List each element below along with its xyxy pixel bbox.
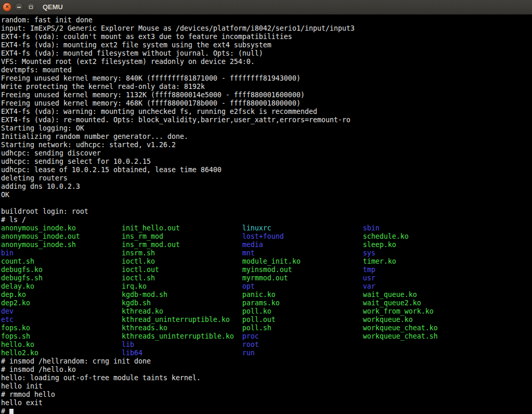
console-line: Freeing unused kernel memory: 1132K (fff… — [1, 91, 532, 99]
console-line: EXT4-fs (vda): couldn't mount as ext3 du… — [1, 33, 532, 41]
file-entry-file: work_from_work.ko — [363, 307, 433, 315]
file-entry-file: debugfs.ko — [1, 266, 122, 274]
console-line: hello: loading out-of-tree module taints… — [1, 374, 532, 382]
listing-row: debugfs.shioctl.shmyrmmod.outusr — [1, 274, 532, 282]
console-line: adding dns 10.0.2.3 — [1, 183, 532, 191]
console-line: Starting network: udhcpc: started, v1.26… — [1, 141, 532, 149]
file-entry-dir: run — [242, 349, 255, 357]
console-line: devtmpfs: mounted — [1, 66, 532, 74]
file-entry-dir: root — [242, 341, 259, 348]
window-title: QEMU — [43, 3, 63, 11]
file-entry-file: ins_rm_mod — [122, 232, 242, 241]
console-line: deleting routers — [1, 174, 532, 183]
file-entry-dir: lib — [122, 341, 242, 349]
file-entry-file: fops.ko — [1, 324, 122, 332]
listing-row: debugfs.koioctl.outmyinsmod.outtmp — [1, 266, 532, 274]
file-entry-file: poll.out — [242, 316, 363, 324]
file-entry-file: hello.ko — [1, 341, 122, 349]
file-entry-file: kgdb.sh — [122, 299, 242, 307]
file-entry-file: debugfs.sh — [1, 274, 122, 282]
listing-row: dep.kokgdb-mod.shpanic.kowait_queue.ko — [1, 291, 532, 299]
file-entry-file: workqueue.ko — [363, 316, 413, 324]
close-button[interactable]: ✕ — [3, 3, 11, 11]
listing-row: fops.kokthreads.kopoll.shworkqueue_cheat… — [1, 324, 532, 332]
file-entry-dir: var — [363, 282, 375, 290]
listing-row: delay.koirq.kooptvar — [1, 282, 532, 291]
console-line: Freeing unused kernel memory: 468K (ffff… — [1, 99, 532, 108]
console-line: EXT4-fs (vda): mounting ext2 file system… — [1, 41, 532, 49]
console-line — [1, 199, 532, 208]
console-line: hello exit — [1, 399, 532, 407]
file-entry-file: myinsmod.out — [242, 266, 363, 274]
file-entry-file: poll.ko — [242, 307, 363, 316]
file-entry-file: myrmmod.out — [242, 274, 363, 282]
console-line: # ls / — [1, 216, 532, 224]
listing-row: anonymous_inode.shins_rm_mod.outmediasle… — [1, 241, 532, 249]
file-entry-dir: tmp — [363, 266, 375, 274]
file-entry-file: schedule.ko — [363, 232, 408, 240]
qemu-window: ✕ QEMU random: fast init doneinput: ImEx… — [0, 0, 532, 414]
file-entry-file: count.sh — [1, 257, 122, 266]
file-entry-dir: sbin — [363, 224, 379, 232]
console-line: input: ImExPS/2 Generic Explorer Mouse a… — [1, 24, 532, 33]
file-entry-dir: lost+found — [242, 232, 363, 241]
listing-row: anonymous_inode.koinit_hello.outlinuxrcs… — [1, 224, 532, 232]
listing-row: hello.kolibroot — [1, 341, 532, 349]
file-entry-file: fops.sh — [1, 332, 122, 341]
console-line: # rmmod hello — [1, 391, 532, 399]
file-entry-file: params.ko — [242, 299, 363, 307]
file-entry-file: hello2.ko — [1, 349, 122, 357]
file-entry-dir: media — [242, 241, 363, 249]
file-entry-file: module_init.ko — [242, 257, 363, 266]
file-entry-file: wait_queue2.ko — [363, 299, 421, 307]
file-entry-file: workqueue_cheat.ko — [363, 324, 437, 332]
file-entry-dir: opt — [242, 282, 363, 291]
console-line: udhcpc: sending discover — [1, 149, 532, 158]
file-entry-file: anonymous_inode.sh — [1, 241, 122, 249]
file-entry-file: workqueue_cheat.sh — [363, 332, 437, 340]
file-entry-file: kthread.ko — [122, 307, 242, 316]
console-line: EXT4-fs (vda): re-mounted. Opts: block_v… — [1, 116, 532, 124]
listing-row: count.shioctl.komodule_init.kotimer.ko — [1, 257, 532, 266]
listing-row: etckthread_uninterruptible.kopoll.outwor… — [1, 316, 532, 324]
minimize-button[interactable] — [15, 3, 23, 11]
console-line: Initializing random number generator... … — [1, 133, 532, 141]
console-line: buildroot login: root — [1, 208, 532, 216]
file-entry-file: dep.ko — [1, 291, 122, 299]
listing-row: dep2.kokgdb.shparams.kowait_queue2.ko — [1, 299, 532, 307]
shell-prompt: # — [1, 407, 532, 414]
terminal-console[interactable]: random: fast init doneinput: ImExPS/2 Ge… — [0, 15, 532, 414]
file-entry-link: linuxrc — [242, 224, 363, 232]
titlebar[interactable]: ✕ QEMU — [0, 0, 532, 15]
console-line: udhcpc: lease of 10.0.2.15 obtained, lea… — [1, 166, 532, 174]
listing-row: bininsrm.shmntsys — [1, 249, 532, 257]
maximize-icon — [29, 6, 33, 9]
file-entry-dir: sys — [363, 249, 375, 257]
file-entry-file: ioctl.ko — [122, 257, 242, 266]
console-line: EXT4-fs (vda): mounted filesystem withou… — [1, 49, 532, 58]
console-line: OK — [1, 191, 532, 199]
file-entry-dir: mnt — [242, 249, 363, 257]
listing-row: hello2.kolib64run — [1, 349, 532, 357]
file-entry-file: anonymous_inode.out — [1, 232, 122, 241]
file-entry-file: init_hello.out — [122, 224, 242, 232]
console-line: udhcpc: sending select for 10.0.2.15 — [1, 158, 532, 166]
console-line: hello init — [1, 382, 532, 391]
file-entry-file: dep2.ko — [1, 299, 122, 307]
console-line: # insmod /hellrandom: crng init done — [1, 357, 532, 366]
console-line: random: fast init done — [1, 16, 532, 24]
file-entry-file: timer.ko — [363, 257, 396, 265]
console-line: Starting logging: OK — [1, 124, 532, 133]
file-entry-file: irq.ko — [122, 282, 242, 291]
file-entry-file: kthread_uninterruptible.ko — [122, 316, 242, 324]
maximize-button[interactable] — [26, 3, 35, 11]
file-entry-file: sleep.ko — [363, 241, 396, 249]
console-line: VFS: Mounted root (ext2 filesystem) read… — [1, 58, 532, 66]
file-entry-file: kgdb-mod.sh — [122, 291, 242, 299]
file-entry-file: delay.ko — [1, 282, 122, 291]
listing-row: anonymous_inode.outins_rm_modlost+founds… — [1, 232, 532, 241]
listing-row: fops.shkthreads_uninterruptible.koprocwo… — [1, 332, 532, 341]
file-entry-dir: proc — [242, 332, 363, 341]
file-entry-file: anonymous_inode.ko — [1, 224, 122, 232]
console-line: Write protecting the kernel read-only da… — [1, 83, 532, 91]
